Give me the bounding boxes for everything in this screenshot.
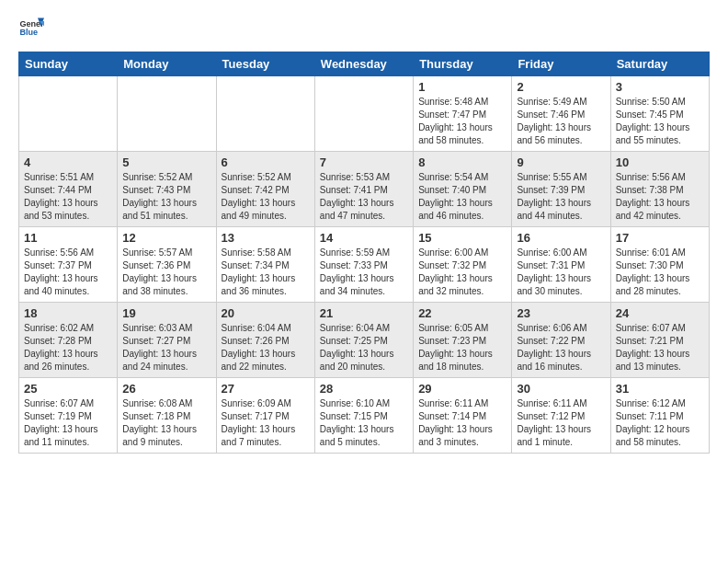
calendar-cell: 26Sunrise: 6:08 AMSunset: 7:18 PMDayligh… xyxy=(118,378,216,454)
day-info: Sunrise: 6:08 AMSunset: 7:18 PMDaylight:… xyxy=(122,397,210,449)
calendar-cell xyxy=(314,76,413,152)
day-info: Sunrise: 5:51 AMSunset: 7:44 PMDaylight:… xyxy=(24,171,112,223)
day-info: Sunrise: 6:00 AMSunset: 7:31 PMDaylight:… xyxy=(517,247,605,298)
calendar-cell: 6Sunrise: 5:52 AMSunset: 7:42 PMDaylight… xyxy=(216,152,314,227)
day-info: Sunrise: 6:04 AMSunset: 7:25 PMDaylight:… xyxy=(320,322,408,373)
day-number: 28 xyxy=(320,382,408,396)
calendar-cell: 1Sunrise: 5:48 AMSunset: 7:47 PMDaylight… xyxy=(414,76,512,152)
calendar-week-1: 1Sunrise: 5:48 AMSunset: 7:47 PMDaylight… xyxy=(19,76,710,152)
day-number: 12 xyxy=(122,231,210,245)
calendar-cell: 15Sunrise: 6:00 AMSunset: 7:32 PMDayligh… xyxy=(414,227,512,303)
day-of-week-friday: Friday xyxy=(512,52,610,76)
day-info: Sunrise: 5:56 AMSunset: 7:37 PMDaylight:… xyxy=(24,247,112,298)
day-of-week-sunday: Sunday xyxy=(19,52,118,76)
calendar-header-row: SundayMondayTuesdayWednesdayThursdayFrid… xyxy=(19,52,710,76)
calendar-cell: 25Sunrise: 6:07 AMSunset: 7:19 PMDayligh… xyxy=(19,378,118,454)
day-number: 30 xyxy=(517,382,605,396)
calendar-cell: 23Sunrise: 6:06 AMSunset: 7:22 PMDayligh… xyxy=(512,303,610,378)
calendar-week-5: 25Sunrise: 6:07 AMSunset: 7:19 PMDayligh… xyxy=(19,378,710,454)
day-info: Sunrise: 6:05 AMSunset: 7:23 PMDaylight:… xyxy=(418,322,506,373)
calendar: SundayMondayTuesdayWednesdayThursdayFrid… xyxy=(18,52,710,454)
day-info: Sunrise: 5:50 AMSunset: 7:45 PMDaylight:… xyxy=(616,96,704,147)
calendar-cell: 30Sunrise: 6:11 AMSunset: 7:12 PMDayligh… xyxy=(512,378,610,454)
calendar-cell: 3Sunrise: 5:50 AMSunset: 7:45 PMDaylight… xyxy=(610,76,709,152)
day-number: 16 xyxy=(517,231,605,245)
day-info: Sunrise: 5:59 AMSunset: 7:33 PMDaylight:… xyxy=(320,247,408,298)
calendar-cell: 27Sunrise: 6:09 AMSunset: 7:17 PMDayligh… xyxy=(216,378,314,454)
day-info: Sunrise: 5:55 AMSunset: 7:39 PMDaylight:… xyxy=(517,171,605,223)
day-number: 21 xyxy=(320,306,408,320)
calendar-week-4: 18Sunrise: 6:02 AMSunset: 7:28 PMDayligh… xyxy=(19,303,710,378)
day-number: 23 xyxy=(517,306,605,320)
day-number: 9 xyxy=(517,155,605,169)
calendar-cell: 9Sunrise: 5:55 AMSunset: 7:39 PMDaylight… xyxy=(512,152,610,227)
day-number: 22 xyxy=(418,306,506,320)
calendar-cell: 28Sunrise: 6:10 AMSunset: 7:15 PMDayligh… xyxy=(314,378,413,454)
day-info: Sunrise: 5:48 AMSunset: 7:47 PMDaylight:… xyxy=(418,96,506,147)
day-number: 19 xyxy=(122,306,210,320)
day-info: Sunrise: 6:11 AMSunset: 7:14 PMDaylight:… xyxy=(418,397,506,449)
day-number: 24 xyxy=(616,306,704,320)
day-of-week-tuesday: Tuesday xyxy=(216,52,314,76)
day-number: 5 xyxy=(122,155,210,169)
day-info: Sunrise: 5:57 AMSunset: 7:36 PMDaylight:… xyxy=(122,247,210,298)
day-number: 20 xyxy=(222,306,310,320)
day-number: 26 xyxy=(122,382,210,396)
day-number: 8 xyxy=(418,155,506,169)
day-number: 13 xyxy=(222,231,310,245)
day-info: Sunrise: 6:07 AMSunset: 7:21 PMDaylight:… xyxy=(616,322,704,373)
calendar-week-3: 11Sunrise: 5:56 AMSunset: 7:37 PMDayligh… xyxy=(19,227,710,303)
day-number: 1 xyxy=(418,80,506,94)
day-number: 18 xyxy=(24,306,112,320)
day-info: Sunrise: 6:12 AMSunset: 7:11 PMDaylight:… xyxy=(616,397,704,449)
calendar-cell: 13Sunrise: 5:58 AMSunset: 7:34 PMDayligh… xyxy=(216,227,314,303)
calendar-week-2: 4Sunrise: 5:51 AMSunset: 7:44 PMDaylight… xyxy=(19,152,710,227)
day-number: 6 xyxy=(222,155,310,169)
day-info: Sunrise: 6:10 AMSunset: 7:15 PMDaylight:… xyxy=(320,397,408,449)
day-number: 31 xyxy=(616,382,704,396)
day-info: Sunrise: 6:02 AMSunset: 7:28 PMDaylight:… xyxy=(24,322,112,373)
day-info: Sunrise: 5:53 AMSunset: 7:41 PMDaylight:… xyxy=(320,171,408,223)
calendar-cell: 16Sunrise: 6:00 AMSunset: 7:31 PMDayligh… xyxy=(512,227,610,303)
day-number: 27 xyxy=(222,382,310,396)
day-of-week-saturday: Saturday xyxy=(610,52,709,76)
calendar-cell: 31Sunrise: 6:12 AMSunset: 7:11 PMDayligh… xyxy=(610,378,709,454)
calendar-cell: 29Sunrise: 6:11 AMSunset: 7:14 PMDayligh… xyxy=(414,378,512,454)
day-number: 29 xyxy=(418,382,506,396)
day-info: Sunrise: 6:01 AMSunset: 7:30 PMDaylight:… xyxy=(616,247,704,298)
day-of-week-thursday: Thursday xyxy=(414,52,512,76)
day-number: 25 xyxy=(24,382,112,396)
day-number: 17 xyxy=(616,231,704,245)
calendar-cell: 7Sunrise: 5:53 AMSunset: 7:41 PMDaylight… xyxy=(314,152,413,227)
page: General Blue SundayMondayTuesdayWednesda… xyxy=(0,0,728,468)
calendar-cell: 10Sunrise: 5:56 AMSunset: 7:38 PMDayligh… xyxy=(610,152,709,227)
day-info: Sunrise: 5:52 AMSunset: 7:42 PMDaylight:… xyxy=(222,171,310,223)
calendar-cell: 8Sunrise: 5:54 AMSunset: 7:40 PMDaylight… xyxy=(414,152,512,227)
calendar-cell: 17Sunrise: 6:01 AMSunset: 7:30 PMDayligh… xyxy=(610,227,709,303)
calendar-cell: 12Sunrise: 5:57 AMSunset: 7:36 PMDayligh… xyxy=(118,227,216,303)
day-number: 10 xyxy=(616,155,704,169)
day-info: Sunrise: 5:58 AMSunset: 7:34 PMDaylight:… xyxy=(222,247,310,298)
calendar-cell: 21Sunrise: 6:04 AMSunset: 7:25 PMDayligh… xyxy=(314,303,413,378)
day-number: 14 xyxy=(320,231,408,245)
calendar-cell: 2Sunrise: 5:49 AMSunset: 7:46 PMDaylight… xyxy=(512,76,610,152)
day-info: Sunrise: 6:04 AMSunset: 7:26 PMDaylight:… xyxy=(222,322,310,373)
calendar-cell: 24Sunrise: 6:07 AMSunset: 7:21 PMDayligh… xyxy=(610,303,709,378)
logo: General Blue xyxy=(18,15,48,40)
day-info: Sunrise: 6:03 AMSunset: 7:27 PMDaylight:… xyxy=(122,322,210,373)
day-info: Sunrise: 5:49 AMSunset: 7:46 PMDaylight:… xyxy=(517,96,605,147)
day-info: Sunrise: 6:09 AMSunset: 7:17 PMDaylight:… xyxy=(222,397,310,449)
calendar-cell: 22Sunrise: 6:05 AMSunset: 7:23 PMDayligh… xyxy=(414,303,512,378)
calendar-cell: 5Sunrise: 5:52 AMSunset: 7:43 PMDaylight… xyxy=(118,152,216,227)
day-number: 7 xyxy=(320,155,408,169)
day-info: Sunrise: 6:07 AMSunset: 7:19 PMDaylight:… xyxy=(24,397,112,449)
svg-text:Blue: Blue xyxy=(19,28,38,37)
calendar-cell xyxy=(118,76,216,152)
day-info: Sunrise: 5:54 AMSunset: 7:40 PMDaylight:… xyxy=(418,171,506,223)
day-info: Sunrise: 6:00 AMSunset: 7:32 PMDaylight:… xyxy=(418,247,506,298)
header: General Blue xyxy=(18,15,710,40)
day-number: 2 xyxy=(517,80,605,94)
calendar-cell: 18Sunrise: 6:02 AMSunset: 7:28 PMDayligh… xyxy=(19,303,118,378)
day-number: 15 xyxy=(418,231,506,245)
day-info: Sunrise: 5:56 AMSunset: 7:38 PMDaylight:… xyxy=(616,171,704,223)
